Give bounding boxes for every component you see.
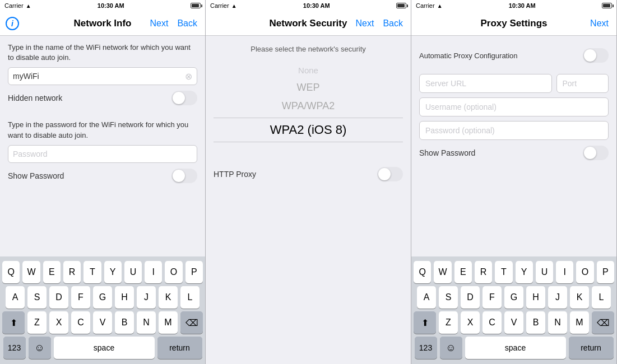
hidden-network-toggle[interactable] (171, 91, 197, 105)
key-g[interactable]: G (93, 286, 112, 309)
nav-title-2: Network Security (270, 18, 347, 29)
key-r3[interactable]: R (475, 261, 492, 283)
key-l[interactable]: L (180, 286, 200, 309)
key-s[interactable]: S (27, 286, 47, 309)
show-password-toggle-1[interactable] (171, 169, 197, 183)
security-wep[interactable]: WEP (214, 78, 403, 97)
key-e[interactable]: E (43, 261, 61, 283)
key-t[interactable]: T (83, 261, 101, 283)
proxy-password-placeholder: Password (optional) (425, 126, 495, 135)
key-f3[interactable]: F (483, 286, 502, 309)
key-n[interactable]: N (137, 311, 156, 334)
password-description: Type in the password for the WiFi networ… (8, 120, 197, 140)
key-h3[interactable]: H (526, 286, 545, 309)
key-a3[interactable]: A (417, 286, 436, 309)
backspace-key-1[interactable]: ⌫ (180, 311, 203, 334)
backspace-key-3[interactable]: ⌫ (592, 311, 614, 334)
server-url-input[interactable]: Server URL (419, 74, 552, 93)
show-password-label-1: Show Password (8, 171, 64, 180)
key-u3[interactable]: U (536, 261, 553, 283)
key-p[interactable]: P (185, 261, 203, 283)
key-row-bottom: 123 ☺ space return (2, 337, 203, 359)
key-m3[interactable]: M (570, 311, 589, 334)
key-d[interactable]: D (49, 286, 68, 309)
key-m[interactable]: M (159, 311, 178, 334)
nav-bar-2: Network Security Next Back (206, 11, 411, 36)
key-k[interactable]: K (159, 286, 178, 309)
nav-title-1: Network Info (74, 18, 132, 29)
return-key-3[interactable]: return (569, 337, 614, 359)
key-b3[interactable]: B (526, 311, 545, 334)
emoji-key-1[interactable]: ☺ (29, 337, 51, 359)
space-key-1[interactable]: space (54, 337, 155, 359)
info-icon[interactable]: i (6, 17, 19, 30)
key-w3[interactable]: W (434, 261, 451, 283)
auto-proxy-toggle[interactable] (583, 48, 609, 63)
shift-key-1[interactable]: ⬆ (2, 311, 25, 334)
username-input[interactable]: Username (optional) (419, 97, 609, 116)
key-row-z3: ⬆ Z X C V B N M ⌫ (414, 311, 614, 334)
key-c3[interactable]: C (483, 311, 502, 334)
key-s3[interactable]: S (439, 286, 458, 309)
key-y3[interactable]: Y (516, 261, 533, 283)
carrier-label-2: Carrier (210, 2, 229, 9)
key-t3[interactable]: T (495, 261, 512, 283)
key-z3[interactable]: Z (439, 311, 458, 334)
security-wpa[interactable]: WPA/WPA2 (214, 97, 403, 115)
return-key-1[interactable]: return (157, 337, 202, 359)
key-r[interactable]: R (63, 261, 81, 283)
key-x[interactable]: X (49, 311, 68, 334)
password-placeholder: Password (13, 150, 47, 158)
key-v[interactable]: V (93, 311, 112, 334)
key-j3[interactable]: J (548, 286, 567, 309)
http-proxy-toggle[interactable] (377, 167, 403, 181)
key-u[interactable]: U (124, 261, 142, 283)
key-k3[interactable]: K (570, 286, 589, 309)
key-w[interactable]: W (22, 261, 40, 283)
key-a[interactable]: A (6, 286, 25, 309)
key-n3[interactable]: N (548, 311, 567, 334)
key-i[interactable]: I (145, 261, 162, 283)
key-o3[interactable]: O (576, 261, 593, 283)
key-j[interactable]: J (137, 286, 156, 309)
num-key-1[interactable]: 123 (3, 337, 26, 359)
auto-proxy-label: Automatic Proxy Configuration (419, 52, 518, 60)
key-c[interactable]: C (71, 311, 90, 334)
key-x3[interactable]: X (461, 311, 480, 334)
key-b[interactable]: B (115, 311, 134, 334)
key-l3[interactable]: L (592, 286, 611, 309)
back-button-2[interactable]: Back (381, 18, 405, 29)
security-none[interactable]: None (214, 62, 403, 78)
space-key-3[interactable]: space (465, 337, 566, 359)
password-input[interactable]: Password (8, 145, 197, 163)
back-button-1[interactable]: Back (175, 18, 200, 29)
shift-key-3[interactable]: ⬆ (414, 311, 436, 334)
port-input[interactable]: Port (556, 74, 609, 93)
clear-icon[interactable]: ⊗ (185, 71, 192, 82)
key-y[interactable]: Y (104, 261, 122, 283)
key-p3[interactable]: P (597, 261, 614, 283)
wifi-icon-3: ▲ (437, 3, 443, 9)
security-wpa2[interactable]: WPA2 (iOS 8) (214, 118, 403, 142)
key-o[interactable]: O (165, 261, 182, 283)
proxy-password-input[interactable]: Password (optional) (419, 121, 609, 140)
network-name-input[interactable]: myWiFi ⊗ (8, 67, 197, 85)
key-v3[interactable]: V (504, 311, 523, 334)
key-h[interactable]: H (115, 286, 134, 309)
next-button-2[interactable]: Next (354, 18, 377, 29)
key-q[interactable]: Q (2, 261, 20, 283)
key-f[interactable]: F (71, 286, 90, 309)
next-button-3[interactable]: Next (588, 18, 611, 29)
key-z[interactable]: Z (27, 311, 47, 334)
key-i3[interactable]: I (556, 261, 573, 283)
next-button-1[interactable]: Next (148, 18, 171, 29)
key-g3[interactable]: G (504, 286, 523, 309)
num-key-3[interactable]: 123 (415, 337, 437, 359)
status-right-2 (396, 3, 406, 8)
key-q3[interactable]: Q (414, 261, 431, 283)
emoji-key-3[interactable]: ☺ (440, 337, 462, 359)
key-d3[interactable]: D (461, 286, 480, 309)
keyboard-3: Q W E R T Y U I O P A S D F G H J K L ⬆ … (411, 256, 616, 364)
key-e3[interactable]: E (454, 261, 472, 283)
show-password-toggle-3[interactable] (583, 146, 609, 160)
